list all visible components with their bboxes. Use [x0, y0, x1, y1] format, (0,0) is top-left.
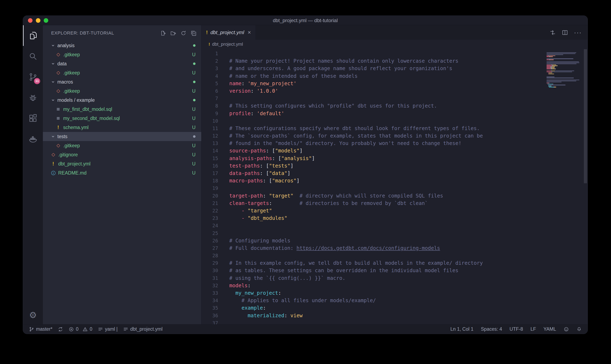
tree-file-gitignore[interactable]: .gitignoreU — [43, 150, 201, 159]
code-line[interactable]: 32models: — [202, 282, 588, 289]
code-line[interactable]: 30# as tables. These settings can be ove… — [202, 267, 588, 274]
yaml-language-status[interactable]: yaml | — [98, 326, 118, 332]
code-line[interactable]: 7 — [202, 95, 588, 102]
eol-status[interactable]: LF — [530, 326, 536, 332]
yaml-warning-icon: ! — [52, 161, 54, 166]
minimize-window-button[interactable] — [36, 18, 40, 23]
code-line[interactable]: 21clean-targets: # directories to be rem… — [202, 200, 588, 207]
code-line[interactable]: 15analysis-paths: ["analysis"] — [202, 155, 588, 162]
collapse-all-icon[interactable] — [191, 30, 196, 36]
code-line[interactable]: 20target-path: "target" # directory whic… — [202, 192, 588, 200]
tree-folder-analysis[interactable]: analysis — [43, 41, 201, 50]
activity-item-run-and-debug[interactable] — [23, 87, 43, 108]
sync-changes-button[interactable] — [58, 326, 63, 332]
activity-item-search[interactable] — [23, 46, 43, 67]
line-number: 10 — [202, 117, 218, 125]
notifications-bell-icon[interactable] — [576, 326, 582, 332]
code-line[interactable]: 4# name or the intended use of these mod… — [202, 72, 588, 80]
breadcrumb-item-file[interactable]: dbt_project.yml — [212, 41, 243, 47]
git-status-badge: U — [192, 125, 195, 130]
code-line[interactable]: 34 # Applies to all files under models/e… — [202, 297, 588, 304]
tree-item-label: .gitkeep — [63, 88, 80, 94]
code-line[interactable]: 19 — [202, 184, 588, 192]
settings-gear-icon[interactable]: ⚙ — [29, 310, 37, 320]
tree-file-gitkeep[interactable]: .gitkeepU — [43, 86, 201, 96]
tab-dbt-project-yml[interactable]: ! dbt_project.yml × — [202, 25, 256, 40]
code-line[interactable]: 13# found in the "models/" directory. Yo… — [202, 140, 588, 147]
activity-item-docker[interactable] — [23, 129, 43, 149]
more-actions-icon[interactable]: ··· — [574, 30, 582, 35]
code-line[interactable]: 2# Name your project! Project names shou… — [202, 57, 588, 65]
yaml-schema-status[interactable]: dbt_project.yml — [123, 326, 163, 332]
code-line[interactable]: 5name: 'my_new_project' — [202, 80, 588, 87]
tree-file-gitkeep[interactable]: .gitkeepU — [43, 50, 201, 59]
zoom-window-button[interactable] — [44, 18, 48, 23]
activity-item-source-control[interactable]: 11 — [23, 67, 43, 87]
new-folder-icon[interactable] — [170, 30, 176, 36]
editor-actions: ··· — [550, 25, 588, 40]
code-line[interactable]: 10 — [202, 117, 588, 125]
close-window-button[interactable] — [28, 18, 32, 23]
error-icon — [69, 326, 74, 332]
explorer-title: EXPLORER: DBT-TUTORIAL — [51, 30, 114, 36]
window-controls — [23, 18, 48, 23]
encoding-status[interactable]: UTF-8 — [510, 326, 523, 332]
code-line[interactable]: 11# These configurations specify where d… — [202, 125, 588, 132]
line-number: 9 — [202, 110, 218, 117]
code-line[interactable]: 26# Configuring models — [202, 237, 588, 245]
refresh-icon[interactable] — [181, 30, 186, 36]
code-line[interactable]: 3# and underscores. A good package name … — [202, 65, 588, 72]
code-line[interactable]: 28 — [202, 252, 588, 259]
open-changes-icon[interactable] — [550, 29, 556, 36]
tree-file-gitkeep[interactable]: .gitkeepU — [43, 68, 201, 77]
tree-file-readme-md[interactable]: iREADME.mdU — [43, 168, 201, 177]
code-line[interactable]: 27# Full documentation: https://docs.get… — [202, 245, 588, 252]
split-editor-icon[interactable] — [562, 29, 568, 36]
code-line[interactable]: 9profile: 'default' — [202, 110, 588, 117]
tab-close-icon[interactable]: × — [248, 29, 251, 36]
editor-scrollbar[interactable] — [584, 49, 587, 183]
code-line[interactable]: 29# In this example config, we tell dbt … — [202, 259, 588, 267]
tree-folder-tests[interactable]: tests — [43, 132, 201, 141]
git-branch-status[interactable]: master* — [29, 326, 52, 332]
code-line[interactable]: 18macro-paths: ["macros"] — [202, 177, 588, 184]
code-line[interactable]: 35 example: — [202, 304, 588, 312]
line-number: 19 — [202, 184, 218, 192]
code-line[interactable]: 36 materialized: view — [202, 312, 588, 319]
code-line[interactable]: 23 - "dbt_modules" — [202, 214, 588, 222]
feedback-smiley-icon[interactable] — [564, 326, 569, 332]
language-mode[interactable]: YAML — [543, 326, 556, 332]
tree-file-my-second-dbt-model-sql[interactable]: my_second_dbt_model.sqlU — [43, 114, 201, 123]
activity-item-explorer[interactable] — [23, 25, 43, 46]
code-line[interactable]: 37 — [202, 319, 588, 324]
tree-folder-data[interactable]: data — [43, 59, 201, 68]
git-modified-dot — [193, 99, 195, 101]
code-line[interactable]: 1 — [202, 50, 588, 57]
tree-folder-macros[interactable]: macros — [43, 77, 201, 86]
code-line[interactable]: 6version: '1.0.0' — [202, 87, 588, 95]
minimap[interactable] — [547, 51, 582, 89]
cursor-position[interactable]: Ln 1, Col 1 — [450, 326, 473, 332]
code-line[interactable]: 31# using the `{{ config(...) }}` macro. — [202, 274, 588, 282]
code-line[interactable]: 14source-paths: ["models"] — [202, 147, 588, 155]
code-line[interactable]: 8# This setting configures which "profil… — [202, 102, 588, 110]
problems-status[interactable]: 0 0 — [69, 326, 92, 332]
new-file-icon[interactable] — [160, 30, 166, 36]
code-line[interactable]: 16test-paths: ["tests"] — [202, 162, 588, 169]
code-line[interactable]: 12# The `source-paths` config, for examp… — [202, 132, 588, 140]
tree-file-gitkeep[interactable]: .gitkeepU — [43, 141, 201, 150]
activity-item-extensions[interactable] — [23, 108, 43, 129]
code-line[interactable]: 33 my_new_project: — [202, 289, 588, 297]
code-line[interactable]: 17data-paths: ["data"] — [202, 169, 588, 177]
code-editor[interactable]: 12# Name your project! Project names sho… — [202, 50, 588, 324]
tree-file-my-first-dbt-model-sql[interactable]: my_first_dbt_model.sqlU — [43, 105, 201, 114]
code-line[interactable]: 24 — [202, 222, 588, 229]
indentation-status[interactable]: Spaces: 4 — [481, 326, 502, 332]
line-number: 6 — [202, 87, 218, 95]
code-line[interactable]: 25 — [202, 230, 588, 237]
tree-file-dbt-project-yml[interactable]: !dbt_project.ymlU — [43, 159, 201, 168]
line-number: 26 — [202, 237, 218, 245]
tree-file-schema-yml[interactable]: !schema.ymlU — [43, 123, 201, 132]
code-line[interactable]: 22 - "target" — [202, 207, 588, 214]
tree-folder-models-example[interactable]: models / example — [43, 96, 201, 105]
